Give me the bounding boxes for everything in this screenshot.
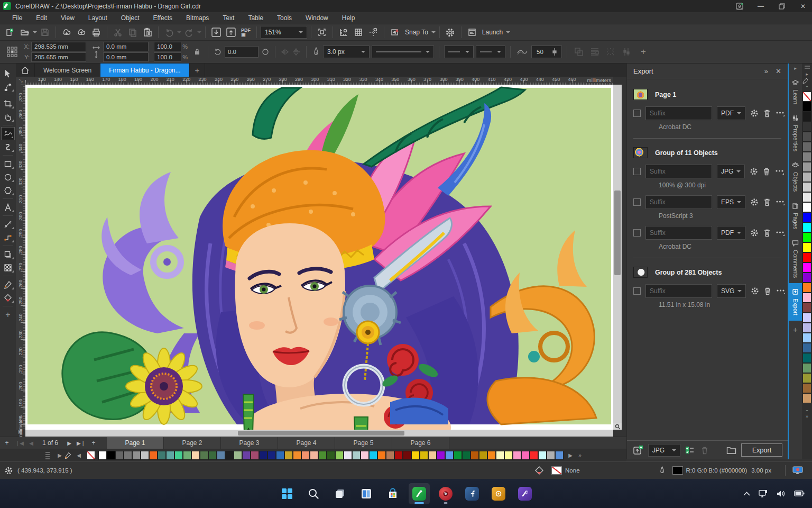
palette-drag-handle[interactable] <box>805 66 810 70</box>
print-icon[interactable] <box>89 26 103 39</box>
crop-tool[interactable] <box>1 97 15 110</box>
lock-ratio-icon[interactable] <box>191 48 203 56</box>
color-swatch[interactable] <box>802 102 811 112</box>
import-icon[interactable] <box>209 26 223 39</box>
palette-eyedropper-icon[interactable] <box>64 452 74 459</box>
color-swatch[interactable] <box>802 393 811 403</box>
launch-icon[interactable] <box>465 26 479 39</box>
export-settings-gear-icon[interactable] <box>750 108 759 118</box>
color-swatch[interactable] <box>802 172 811 182</box>
menu-item[interactable]: Edit <box>29 13 54 23</box>
color-swatch[interactable] <box>521 451 530 460</box>
delete-export-icon[interactable] <box>764 286 771 296</box>
page-tab[interactable]: Page 4 <box>278 437 335 449</box>
launch-label[interactable]: Launch <box>480 29 505 36</box>
color-swatch[interactable] <box>141 451 149 460</box>
store-icon[interactable] <box>382 483 403 504</box>
color-swatch[interactable] <box>802 373 811 383</box>
export-item-checkbox[interactable] <box>633 198 641 206</box>
delete-export-icon[interactable] <box>763 228 771 238</box>
color-swatch[interactable] <box>802 222 811 232</box>
home-tab-icon[interactable] <box>16 64 35 77</box>
format-select[interactable]: PDF <box>717 226 745 240</box>
menu-item[interactable]: Bitmaps <box>179 13 216 23</box>
suffix-input[interactable] <box>645 226 712 240</box>
export-icon[interactable] <box>224 26 238 39</box>
outline-width-select[interactable]: 3.0 px <box>323 46 370 58</box>
color-swatch[interactable] <box>318 451 327 460</box>
color-swatch[interactable] <box>174 451 183 460</box>
search-icon[interactable] <box>303 483 324 504</box>
open-icon[interactable] <box>18 26 32 39</box>
export-button[interactable]: Export <box>741 443 782 457</box>
add-docker-button[interactable]: + <box>793 325 798 334</box>
color-eyedropper-tool[interactable] <box>1 278 15 291</box>
page-tab[interactable]: Page 5 <box>335 437 392 449</box>
color-swatch[interactable] <box>802 303 811 313</box>
menu-item[interactable]: Effects <box>146 13 179 23</box>
color-swatch[interactable] <box>98 451 107 460</box>
start-button[interactable] <box>276 483 298 504</box>
color-swatch[interactable] <box>802 252 811 262</box>
vertical-scrollbar-thumb[interactable] <box>614 190 621 275</box>
color-swatch[interactable] <box>802 283 811 293</box>
dock-tab-pages[interactable]: Pages <box>792 197 799 234</box>
palette-expand-icon[interactable]: » <box>575 452 585 458</box>
color-swatch[interactable] <box>504 451 513 460</box>
more-options-icon[interactable] <box>776 197 785 207</box>
color-swatch[interactable] <box>361 451 369 460</box>
color-swatch[interactable] <box>335 451 344 460</box>
add-tools-button[interactable]: + <box>1 308 15 321</box>
show-grid-icon[interactable] <box>352 26 365 39</box>
minimize-button[interactable]: — <box>755 2 767 11</box>
format-select[interactable]: EPS <box>717 195 745 209</box>
color-swatch[interactable] <box>377 451 386 460</box>
color-swatch[interactable] <box>166 451 174 460</box>
color-swatch[interactable] <box>802 383 811 393</box>
color-swatch[interactable] <box>487 451 496 460</box>
full-screen-preview-icon[interactable] <box>315 26 329 39</box>
show-rulers-icon[interactable] <box>337 26 350 39</box>
color-swatch[interactable] <box>802 293 811 303</box>
color-swatch[interactable] <box>369 451 377 460</box>
palette-eyedropper-icon[interactable] <box>802 78 812 85</box>
delete-export-icon[interactable] <box>763 167 770 176</box>
menu-item[interactable]: File <box>5 13 29 23</box>
export-settings-gear-icon[interactable] <box>750 197 759 207</box>
color-swatch[interactable] <box>538 451 547 460</box>
scale-height-field[interactable] <box>154 52 181 62</box>
welcome-screen-tab[interactable]: Welcome Screen <box>35 64 100 77</box>
dock-tab-learn[interactable]: Learn <box>792 74 799 110</box>
launch-caret[interactable] <box>506 31 510 33</box>
color-swatch[interactable] <box>158 451 166 460</box>
color-swatch[interactable] <box>802 232 811 242</box>
snap-to-label[interactable]: Snap To <box>403 29 430 36</box>
color-swatch[interactable] <box>344 451 352 460</box>
color-swatch[interactable] <box>802 343 811 353</box>
color-swatch[interactable] <box>386 451 394 460</box>
palette-expand-icon[interactable]: » <box>802 413 812 420</box>
menu-item[interactable]: Tools <box>270 13 299 23</box>
menu-item[interactable]: Help <box>335 13 362 23</box>
menu-item[interactable]: Table <box>241 13 270 23</box>
color-swatch[interactable] <box>284 451 293 460</box>
angle-dial-icon[interactable] <box>261 48 270 56</box>
save-to-cloud-icon[interactable] <box>75 26 88 39</box>
select-all-exports-icon[interactable] <box>685 446 695 455</box>
close-button[interactable]: ✕ <box>797 2 809 11</box>
pick-tool[interactable] <box>1 67 15 80</box>
palette-scroll-right-icon[interactable]: ▶ <box>566 452 575 458</box>
color-swatch[interactable] <box>251 451 259 460</box>
dock-tab-objects[interactable]: Objects <box>792 157 799 197</box>
get-from-cloud-icon[interactable] <box>60 26 73 39</box>
color-swatch[interactable] <box>802 202 811 212</box>
arrow-end-select[interactable] <box>476 46 505 58</box>
scale-width-field[interactable] <box>154 42 181 51</box>
color-swatch[interactable] <box>445 451 454 460</box>
suffix-input[interactable] <box>645 195 712 209</box>
open-flyout-caret[interactable] <box>33 31 37 33</box>
format-select[interactable]: JPG <box>717 165 745 178</box>
zoom-level-select[interactable]: 151% <box>261 26 307 39</box>
color-swatch[interactable] <box>802 353 811 363</box>
status-gear-icon[interactable] <box>4 466 13 475</box>
